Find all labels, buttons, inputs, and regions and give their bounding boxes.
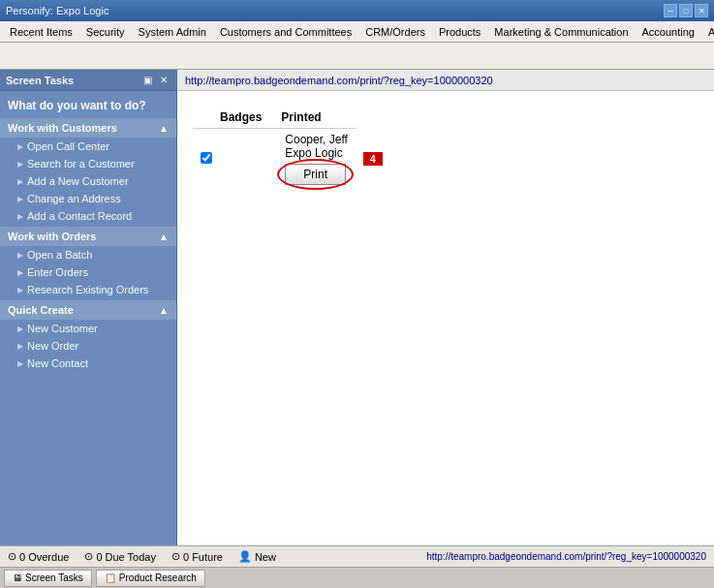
- maximize-button[interactable]: □: [679, 4, 693, 17]
- badges-table: Badges Printed Cooper, Jeff Expo Logic: [193, 107, 390, 189]
- sidebar-pin-icon[interactable]: ▣: [140, 74, 155, 86]
- menu-system-admin[interactable]: System Admin: [133, 24, 212, 40]
- future-icon: ⊙: [171, 550, 180, 563]
- sidebar-section-quick-arrow: ▲: [159, 305, 169, 316]
- due-today-icon: ⊙: [84, 550, 93, 563]
- sidebar-item-label: Change an Address: [27, 193, 121, 204]
- screen-tasks-icon: 🖥: [13, 573, 22, 583]
- sidebar-section-customers-arrow: ▲: [159, 123, 169, 134]
- menu-customers[interactable]: Customers and Committees: [214, 24, 357, 40]
- sidebar-item-label: Open Call Center: [27, 140, 109, 152]
- future-label: 0 Future: [183, 551, 223, 563]
- sidebar-item-label: Open a Batch: [27, 249, 92, 261]
- sidebar-item-label: New Order: [27, 340, 78, 352]
- sidebar-section-orders-label: Work with Orders: [8, 231, 96, 242]
- bullet-icon: ▶: [17, 142, 23, 151]
- sidebar-section-quick-create[interactable]: Quick Create ▲: [0, 300, 176, 320]
- sidebar-header: Screen Tasks ▣ ✕: [0, 70, 176, 91]
- sidebar-section-work-orders[interactable]: Work with Orders ▲: [0, 227, 176, 246]
- menu-accounting[interactable]: Accounting: [636, 24, 700, 40]
- menu-marketing[interactable]: Marketing & Communication: [488, 24, 634, 40]
- menu-advertising[interactable]: Advertising: [702, 24, 714, 40]
- bullet-icon: ▶: [17, 268, 23, 277]
- sidebar-item-open-call-center[interactable]: ▶ Open Call Center: [0, 138, 176, 155]
- overdue-icon: ⊙: [8, 550, 16, 563]
- sidebar-prompt: What do you want to do?: [0, 91, 176, 116]
- product-research-icon: 📋: [105, 573, 116, 583]
- toolbar: [0, 43, 714, 70]
- sidebar-item-new-contact[interactable]: ▶ New Contact: [0, 355, 176, 372]
- sidebar-item-label: New Contact: [27, 357, 88, 369]
- bullet-icon: ▶: [17, 359, 23, 368]
- sidebar: Screen Tasks ▣ ✕ What do you want to do?…: [0, 70, 177, 545]
- print-button-wrapper: Print: [285, 164, 346, 185]
- menu-crm[interactable]: CRM/Orders: [359, 24, 431, 40]
- sidebar-item-new-order[interactable]: ▶ New Order: [0, 337, 176, 355]
- bullet-icon: ▶: [17, 212, 23, 221]
- status-future: ⊙ 0 Future: [171, 550, 223, 563]
- sidebar-item-open-batch[interactable]: ▶ Open a Batch: [0, 246, 176, 263]
- customer-subtitle: Expo Logic: [285, 146, 348, 160]
- title-bar: Personify: Expo Logic ─ □ ✕: [0, 0, 714, 21]
- sidebar-item-label: Enter Orders: [27, 266, 88, 278]
- screen-tasks-label: Screen Tasks: [25, 573, 83, 583]
- product-research-label: Product Research: [119, 573, 197, 583]
- row-name-cell: Cooper, Jeff Expo Logic Print: [277, 129, 356, 190]
- bullet-icon: ▶: [17, 251, 23, 260]
- sidebar-item-add-customer[interactable]: ▶ Add a New Customer: [0, 172, 176, 190]
- bullet-icon: ▶: [17, 160, 23, 169]
- menu-products[interactable]: Products: [433, 24, 486, 40]
- status-overdue: ⊙ 0 Overdue: [8, 550, 69, 563]
- bullet-icon: ▶: [17, 286, 23, 294]
- sidebar-section-quick-label: Quick Create: [8, 304, 74, 316]
- status-url: http://teampro.badgeondemand.com/print/?…: [426, 551, 706, 562]
- print-button[interactable]: Print: [285, 164, 346, 185]
- printed-count-badge: 4: [363, 152, 383, 166]
- sidebar-item-change-address[interactable]: ▶ Change an Address: [0, 190, 176, 207]
- app-title: Personify: Expo Logic: [6, 5, 109, 16]
- row-checkbox-cell: [193, 129, 277, 190]
- status-due-today: ⊙ 0 Due Today: [84, 550, 156, 563]
- table-row: Cooper, Jeff Expo Logic Print 4: [193, 129, 390, 190]
- menu-bar: Recent Items Security System Admin Custo…: [0, 21, 714, 43]
- sidebar-close-icon[interactable]: ✕: [157, 74, 171, 86]
- sidebar-item-research-orders[interactable]: ▶ Research Existing Orders: [0, 281, 176, 298]
- due-today-label: 0 Due Today: [96, 551, 156, 563]
- menu-recent-items[interactable]: Recent Items: [4, 24, 78, 40]
- sidebar-item-label: New Customer: [27, 323, 98, 334]
- minimize-button[interactable]: ─: [664, 4, 677, 17]
- bullet-icon: ▶: [17, 325, 23, 333]
- row-printed-cell: 4: [356, 129, 390, 190]
- url-bar: http://teampro.badgeondemand.com/print/?…: [177, 70, 714, 91]
- status-bar: ⊙ 0 Overdue ⊙ 0 Due Today ⊙ 0 Future 👤 N…: [0, 545, 714, 567]
- sidebar-item-search-customer[interactable]: ▶ Search for a Customer: [0, 155, 176, 172]
- sidebar-header-title: Screen Tasks: [6, 75, 74, 86]
- sidebar-section-customers-label: Work with Customers: [8, 122, 117, 134]
- bullet-icon: ▶: [17, 177, 23, 186]
- main-layout: Screen Tasks ▣ ✕ What do you want to do?…: [0, 70, 714, 545]
- overdue-label: 0 Overdue: [19, 551, 69, 563]
- sidebar-section-orders-arrow: ▲: [159, 232, 169, 242]
- bullet-icon: ▶: [17, 342, 23, 351]
- new-icon: 👤: [238, 550, 252, 563]
- row-checkbox[interactable]: [201, 152, 212, 164]
- url-text: http://teampro.badgeondemand.com/print/?…: [185, 75, 493, 86]
- sidebar-section-work-customers[interactable]: Work with Customers ▲: [0, 118, 176, 138]
- sidebar-item-label: Add a New Customer: [27, 175, 129, 187]
- bullet-icon: ▶: [17, 195, 23, 203]
- sidebar-item-enter-orders[interactable]: ▶ Enter Orders: [0, 263, 176, 281]
- sidebar-item-label: Search for a Customer: [27, 158, 135, 170]
- taskbar-product-research[interactable]: 📋 Product Research: [96, 570, 205, 587]
- badges-col-header: Badges: [193, 107, 277, 129]
- printed-col-header: Printed: [277, 107, 356, 129]
- taskbar-screen-tasks[interactable]: 🖥 Screen Tasks: [4, 570, 92, 587]
- sidebar-item-label: Add a Contact Record: [27, 210, 132, 222]
- status-new: 👤 New: [238, 550, 276, 563]
- taskbar: 🖥 Screen Tasks 📋 Product Research: [0, 567, 714, 588]
- new-label: New: [255, 551, 276, 563]
- sidebar-item-add-contact[interactable]: ▶ Add a Contact Record: [0, 207, 176, 225]
- sidebar-item-new-customer[interactable]: ▶ New Customer: [0, 320, 176, 337]
- menu-security[interactable]: Security: [80, 24, 131, 40]
- page-content: Badges Printed Cooper, Jeff Expo Logic: [177, 91, 714, 545]
- close-button[interactable]: ✕: [695, 4, 708, 17]
